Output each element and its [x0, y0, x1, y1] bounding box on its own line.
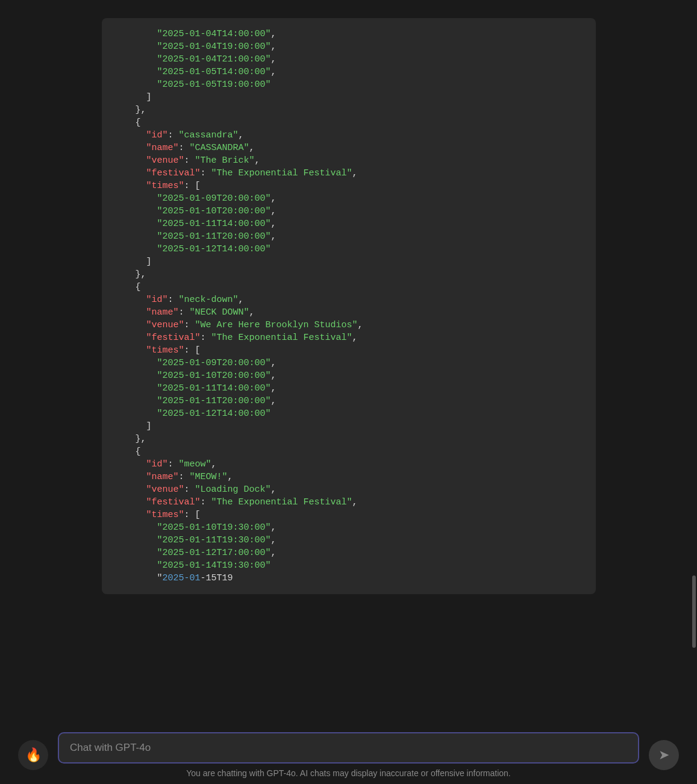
fire-button[interactable]: 🔥 — [18, 740, 48, 770]
chat-container: "2025-01-04T14:00:00", "2025-01-04T19:00… — [0, 0, 697, 702]
code-block: "2025-01-04T14:00:00", "2025-01-04T19:00… — [102, 18, 596, 594]
input-wrapper: You are chatting with GPT-4o. AI chats m… — [58, 732, 639, 778]
scrollbar-track[interactable] — [691, 0, 696, 651]
send-icon: ➤ — [658, 747, 669, 763]
chat-input[interactable] — [58, 732, 639, 764]
send-button[interactable]: ➤ — [649, 740, 679, 770]
bottom-bar: 🔥 You are chatting with GPT-4o. AI chats… — [0, 720, 697, 784]
disclaimer-text: You are chatting with GPT-4o. AI chats m… — [186, 768, 511, 778]
scrollbar-thumb[interactable] — [692, 575, 696, 648]
